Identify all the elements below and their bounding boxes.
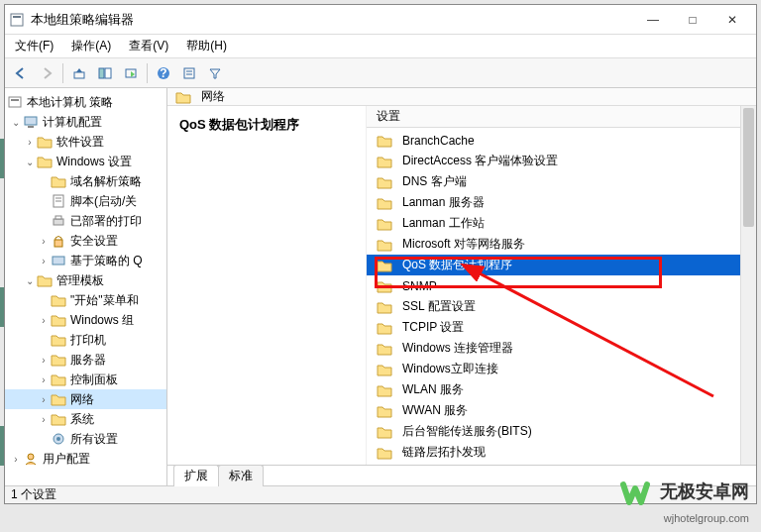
list-item[interactable]: Lanman 服务器 (367, 192, 756, 213)
back-button[interactable] (9, 61, 33, 85)
column-header-setting[interactable]: 设置 (367, 106, 756, 128)
tree-scripts[interactable]: 脚本(启动/关 (5, 191, 166, 211)
expand-icon[interactable]: › (37, 256, 51, 266)
list-item-label: SNMP (402, 279, 437, 293)
export-button[interactable] (119, 61, 143, 85)
list-item[interactable]: Windows立即连接 (367, 359, 756, 379)
menu-help[interactable]: 帮助(H) (182, 36, 231, 56)
svg-rect-21 (53, 257, 64, 265)
expand-icon[interactable]: › (37, 236, 51, 247)
folder-icon (51, 353, 66, 367)
tree-label: 控制面板 (70, 372, 118, 388)
help-button[interactable]: ? (152, 61, 175, 85)
expand-icon[interactable]: › (37, 394, 51, 405)
collapse-icon[interactable]: ⌄ (9, 117, 23, 128)
expand-icon[interactable]: › (37, 374, 51, 385)
tree-control-panel[interactable]: › 控制面板 (5, 370, 166, 389)
list-item[interactable]: 链路层拓扑发现 (367, 442, 756, 463)
tree-servers[interactable]: › 服务器 (5, 350, 166, 370)
list-item[interactable]: DirectAccess 客户端体验设置 (367, 151, 756, 171)
folder-icon (51, 313, 66, 327)
computer-icon (23, 115, 39, 129)
list-item[interactable]: WWAN 服务 (367, 400, 756, 421)
list-item[interactable]: WLAN 服务 (367, 379, 756, 400)
folder-icon (51, 372, 66, 386)
tree-user-config[interactable]: › 用户配置 (5, 449, 166, 469)
policy-icon (7, 95, 23, 109)
list-item[interactable]: Windows 连接管理器 (367, 338, 756, 359)
expand-icon[interactable]: › (9, 454, 23, 465)
list-item[interactable]: Lanman 工作站 (367, 213, 756, 234)
svg-rect-12 (11, 99, 19, 101)
collapse-icon[interactable]: ⌄ (23, 275, 37, 286)
list-item[interactable]: SNMP (367, 275, 756, 296)
list-item-label: QoS 数据包计划程序 (402, 257, 512, 273)
maximize-button[interactable]: □ (673, 6, 712, 34)
folder-icon (37, 273, 53, 287)
folder-icon (37, 155, 53, 168)
tree-software-settings[interactable]: › 软件设置 (5, 132, 166, 152)
tree-start-menu[interactable]: "开始"菜单和 (5, 290, 166, 310)
svg-rect-0 (11, 14, 23, 26)
folder-icon (377, 342, 392, 356)
menubar: 文件(F) 操作(A) 查看(V) 帮助(H) (5, 35, 756, 58)
properties-button[interactable] (177, 61, 201, 85)
tree-label: 安全设置 (70, 233, 118, 250)
list-item[interactable]: QoS 数据包计划程序 (367, 255, 756, 275)
tree-windows-components[interactable]: › Windows 组 (5, 310, 166, 330)
tree-label: 本地计算机 策略 (27, 94, 113, 111)
svg-rect-18 (54, 219, 63, 225)
scrollbar[interactable] (740, 106, 756, 465)
list-item-label: BranchCache (402, 134, 475, 148)
folder-icon (377, 446, 392, 460)
tree-all-settings[interactable]: 所有设置 (5, 429, 166, 449)
tree-deployed-printers[interactable]: 已部署的打印 (5, 211, 166, 231)
list-item[interactable]: BranchCache (367, 130, 756, 151)
tree-policy-qos[interactable]: › 基于策略的 Q (5, 251, 166, 270)
tree-admin-templates[interactable]: ⌄ 管理模板 (5, 270, 166, 290)
toolbar: ? (5, 58, 756, 88)
list-item-label: Windows 连接管理器 (402, 340, 513, 357)
minimize-button[interactable]: — (633, 6, 673, 34)
expand-icon[interactable]: › (37, 414, 51, 425)
show-hide-tree-button[interactable] (93, 61, 117, 85)
expand-icon[interactable]: › (23, 137, 37, 148)
scrollbar-thumb[interactable] (743, 108, 754, 227)
menu-view[interactable]: 查看(V) (125, 36, 172, 56)
tree-label: "开始"菜单和 (70, 292, 139, 309)
list-item[interactable]: TCPIP 设置 (367, 317, 756, 338)
tab-extended[interactable]: 扩展 (173, 465, 219, 486)
tree-root[interactable]: 本地计算机 策略 (5, 92, 166, 112)
tree-label: 服务器 (70, 352, 106, 369)
tree-dns-policy[interactable]: 域名解析策略 (5, 171, 166, 191)
menu-file[interactable]: 文件(F) (11, 36, 57, 56)
filter-button[interactable] (203, 61, 227, 85)
forward-button[interactable] (35, 61, 58, 85)
detail-description: QoS 数据包计划程序 (167, 106, 366, 465)
settings-list: BranchCacheDirectAccess 客户端体验设置DNS 客户端La… (367, 128, 756, 465)
close-button[interactable]: ✕ (712, 6, 752, 34)
detail-list-pane: 设置 BranchCacheDirectAccess 客户端体验设置DNS 客户… (366, 106, 756, 465)
tree-printers[interactable]: 打印机 (5, 330, 166, 350)
up-button[interactable] (67, 61, 91, 85)
tree-security-settings[interactable]: › 安全设置 (5, 231, 166, 251)
list-item-label: WWAN 服务 (402, 402, 468, 419)
tree-system[interactable]: › 系统 (5, 409, 166, 429)
watermark-url: wjhotelgroup.com (617, 512, 749, 524)
expand-icon[interactable]: › (37, 355, 51, 366)
tree-computer-config[interactable]: ⌄ 计算机配置 (5, 112, 166, 132)
menu-action[interactable]: 操作(A) (67, 36, 115, 56)
list-item[interactable]: DNS 客户端 (367, 171, 756, 192)
list-item[interactable]: SSL 配置设置 (367, 296, 756, 317)
folder-icon (377, 363, 392, 376)
tree-windows-settings[interactable]: ⌄ Windows 设置 (5, 152, 166, 171)
tree-network[interactable]: › 网络 (5, 389, 166, 409)
collapse-icon[interactable]: ⌄ (23, 157, 37, 167)
tab-standard[interactable]: 标准 (218, 465, 264, 486)
list-item[interactable]: Microsoft 对等网络服务 (367, 234, 756, 255)
folder-icon (377, 279, 392, 293)
list-item[interactable]: 后台智能传送服务(BITS) (367, 421, 756, 442)
folder-icon (377, 425, 392, 439)
tree-label: 域名解析策略 (70, 173, 142, 190)
expand-icon[interactable]: › (37, 315, 51, 326)
